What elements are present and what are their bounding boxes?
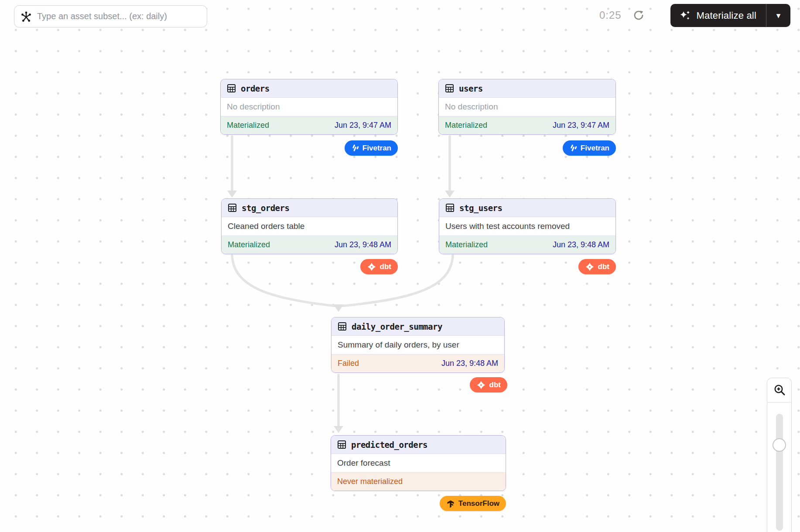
badge-label: dbt: [380, 263, 391, 271]
zoom-slider[interactable]: [776, 414, 783, 531]
compute-kind-badge-dbt: dbt: [360, 259, 398, 274]
table-icon: [445, 203, 455, 212]
materialize-dropdown-button[interactable]: ▾: [766, 4, 790, 27]
asset-node-predicted-orders[interactable]: predicted_orders Order forecast Never ma…: [331, 435, 506, 491]
asset-node-daily-order-summary[interactable]: daily_order_summary Summary of daily ord…: [331, 317, 505, 373]
materialization-timestamp: Jun 23, 9:47 AM: [553, 121, 609, 130]
asset-name: users: [459, 84, 483, 93]
status-badge: Materialized: [228, 240, 270, 249]
asset-node-stg-users[interactable]: stg_users Users with test accounts remov…: [439, 198, 616, 254]
table-icon: [445, 84, 454, 93]
table-icon: [227, 84, 236, 93]
search-input[interactable]: [14, 5, 207, 27]
asset-name: stg_users: [459, 203, 502, 213]
badge-label: dbt: [598, 263, 609, 271]
refresh-arrow-icon: [632, 9, 645, 21]
fivetran-logo-icon: [351, 144, 359, 152]
arrowhead: [334, 426, 343, 433]
magnifier-plus-icon: [773, 384, 786, 397]
materialization-timestamp: Jun 23, 9:48 AM: [335, 240, 391, 249]
asset-node-users[interactable]: users No description Materialized Jun 23…: [438, 79, 616, 135]
badge-label: Fivetran: [362, 144, 391, 153]
status-badge: Materialized: [445, 240, 488, 249]
asset-description: Summary of daily orders, by user: [332, 336, 504, 354]
zoom-in-button[interactable]: [767, 378, 791, 402]
refresh-timer: 0:25: [599, 9, 622, 21]
asset-name: orders: [241, 84, 270, 93]
compute-kind-badge-fivetran: Fivetran: [563, 140, 616, 156]
asset-name: daily_order_summary: [352, 322, 442, 331]
asset-graph-icon: [21, 11, 32, 22]
zoom-slider-thumb[interactable]: [773, 438, 786, 452]
status-badge: Never materialized: [337, 477, 403, 486]
compute-kind-badge-dbt: dbt: [578, 259, 616, 274]
status-badge: Materialized: [445, 121, 487, 130]
arrowhead: [445, 191, 455, 198]
tensorflow-logo-icon: [446, 499, 455, 508]
asset-description: Cleaned orders table: [222, 217, 397, 235]
asset-filter-search: [14, 5, 207, 27]
compute-kind-badge-dbt: dbt: [470, 377, 507, 392]
asset-description: Order forecast: [331, 454, 506, 472]
asset-graph-canvas[interactable]: 0:25 Materialize all ▾: [0, 0, 800, 532]
materialize-all-label: Materialize all: [697, 10, 757, 21]
table-icon: [338, 322, 347, 331]
edge-stgorders-daily: [232, 256, 337, 306]
badge-label: Fivetran: [581, 144, 609, 153]
zoom-control-panel: [767, 378, 792, 532]
refresh-button[interactable]: [631, 7, 646, 23]
table-icon: [228, 203, 237, 212]
dbt-logo-icon: [585, 262, 595, 272]
asset-name: predicted_orders: [351, 440, 427, 450]
status-badge: Materialized: [227, 121, 269, 130]
asset-description: Users with test accounts removed: [439, 217, 615, 235]
asset-node-stg-orders[interactable]: stg_orders Cleaned orders table Material…: [221, 198, 398, 254]
badge-label: dbt: [489, 381, 501, 389]
asset-name: stg_orders: [242, 203, 289, 213]
materialization-timestamp: Jun 23, 9:47 AM: [335, 121, 391, 130]
asset-description: No description: [439, 98, 615, 116]
compute-kind-badge-tensorflow: TensorFlow: [440, 496, 506, 511]
asset-node-orders[interactable]: orders No description Materialized Jun 2…: [220, 79, 398, 135]
materialization-timestamp: Jun 23, 9:48 AM: [553, 240, 609, 249]
table-icon: [337, 440, 346, 449]
sparkles-icon: [679, 10, 691, 22]
arrowhead: [227, 191, 237, 198]
dbt-logo-icon: [367, 262, 376, 272]
caret-down-icon: ▾: [776, 10, 781, 20]
asset-description: No description: [221, 98, 397, 116]
materialize-all-button[interactable]: Materialize all: [670, 4, 766, 27]
materialize-all-split-button: Materialize all ▾: [670, 4, 791, 27]
compute-kind-badge-fivetran: Fivetran: [345, 140, 398, 156]
badge-label: TensorFlow: [458, 499, 499, 508]
status-badge: Failed: [338, 359, 359, 368]
arrowhead: [333, 304, 344, 312]
dbt-logo-icon: [476, 380, 486, 390]
materialization-timestamp: Jun 23, 9:48 AM: [441, 359, 498, 368]
fivetran-logo-icon: [569, 144, 577, 152]
